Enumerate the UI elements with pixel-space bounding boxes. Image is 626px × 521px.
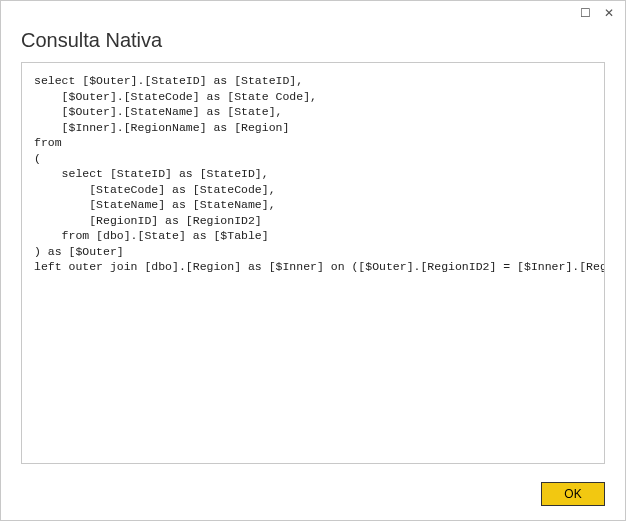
dialog-title: Consulta Nativa — [21, 29, 605, 52]
maximize-button[interactable]: ☐ — [573, 3, 597, 23]
maximize-icon: ☐ — [580, 6, 591, 20]
native-query-dialog: ☐ ✕ Consulta Nativa select [$Outer].[Sta… — [0, 0, 626, 521]
query-textbox[interactable]: select [$Outer].[StateID] as [StateID], … — [21, 62, 605, 464]
dialog-content: select [$Outer].[StateID] as [StateID], … — [1, 62, 625, 472]
dialog-header: Consulta Nativa — [1, 25, 625, 62]
dialog-footer: OK — [1, 472, 625, 520]
close-icon: ✕ — [604, 6, 614, 20]
ok-button[interactable]: OK — [541, 482, 605, 506]
window-titlebar: ☐ ✕ — [1, 1, 625, 25]
query-text: select [$Outer].[StateID] as [StateID], … — [34, 73, 592, 275]
close-button[interactable]: ✕ — [597, 3, 621, 23]
